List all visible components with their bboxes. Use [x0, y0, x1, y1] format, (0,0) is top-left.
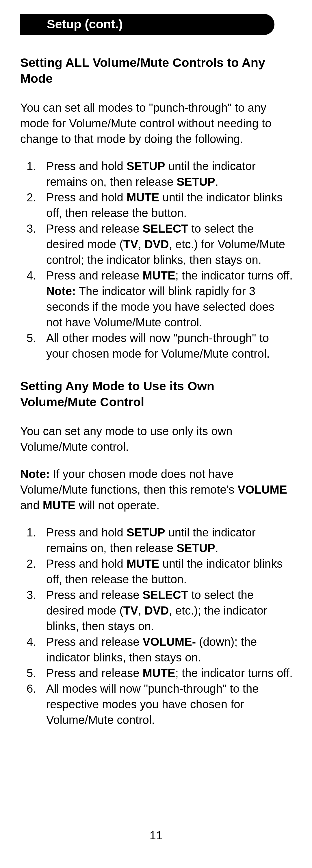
section2-intro: You can set any mode to use only its own…	[20, 423, 293, 455]
section2-heading: Setting Any Mode to Use its Own Volume/M…	[20, 378, 293, 410]
list-item: Press and release VOLUME- (down); the in…	[20, 634, 293, 665]
section1-intro: You can set all modes to "punch-through"…	[20, 100, 293, 147]
section1-steps: Press and hold SETUP until the indicator…	[20, 158, 293, 361]
list-item: Press and hold MUTE until the indicator …	[20, 556, 293, 587]
section-tab: Setup (cont.)	[20, 14, 274, 35]
section2-steps: Press and hold SETUP until the indicator…	[20, 525, 293, 728]
list-item: Press and release SELECT to select the d…	[20, 587, 293, 634]
page-number: 11	[0, 829, 312, 842]
list-item: Press and hold MUTE until the indicator …	[20, 189, 293, 221]
list-item: Press and release SELECT to select the d…	[20, 221, 293, 268]
list-item: Press and hold SETUP until the indicator…	[20, 525, 293, 556]
list-item: Press and release MUTE; the indicator tu…	[20, 268, 293, 330]
section1-heading: Setting ALL Volume/Mute Controls to Any …	[20, 55, 293, 87]
list-item: Press and release MUTE; the indicator tu…	[20, 665, 293, 681]
list-item: Press and hold SETUP until the indicator…	[20, 158, 293, 189]
section2-note: Note: If your chosen mode does not have …	[20, 466, 293, 513]
list-item: All modes will now "punch-through" to th…	[20, 681, 293, 728]
list-item: All other modes will now "punch-through"…	[20, 330, 293, 361]
